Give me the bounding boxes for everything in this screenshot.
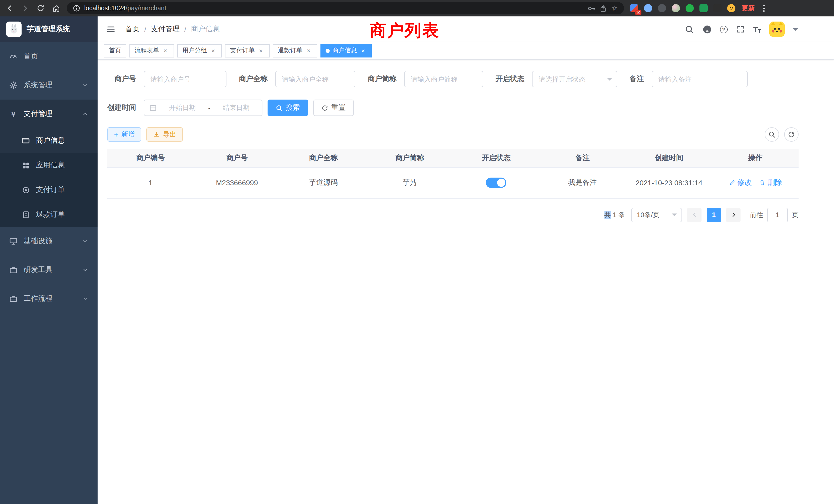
fullscreen-icon[interactable]	[736, 25, 745, 34]
refresh-table-icon[interactable]	[784, 127, 798, 142]
site-info-icon[interactable]	[73, 5, 80, 12]
extension-icon-5[interactable]	[686, 4, 694, 12]
extension-icon-2[interactable]	[644, 4, 652, 12]
sidebar-submenu-payment: 商户信息 应用信息 支付订单 退款订单	[0, 128, 97, 227]
full-name-input[interactable]	[275, 71, 355, 87]
sidebar-item-system[interactable]: 系统管理	[0, 71, 97, 99]
tab-refund-order[interactable]: 退款订单 ×	[273, 44, 317, 57]
close-icon[interactable]: ×	[257, 47, 264, 54]
short-name-input[interactable]	[404, 71, 483, 87]
browser-menu-icon[interactable]	[761, 5, 767, 12]
filter-row-1: 商户号 商户全称 商户简称 开启状态	[107, 71, 798, 87]
col-short-name: 商户简称	[367, 149, 453, 167]
show-search-icon[interactable]	[765, 127, 779, 142]
close-icon[interactable]: ×	[162, 47, 169, 54]
share-icon[interactable]	[599, 4, 607, 12]
goto-page-input[interactable]	[767, 208, 788, 222]
sidebar-item-payment[interactable]: ¥ 支付管理	[0, 99, 97, 128]
bank-card-icon	[22, 137, 30, 145]
search-button[interactable]: 搜索	[267, 99, 308, 116]
edit-link-label: 修改	[738, 178, 752, 187]
status-select-input[interactable]	[532, 71, 617, 87]
avatar-caret-icon[interactable]	[793, 28, 798, 33]
page-1-button[interactable]: 1	[707, 208, 721, 222]
sidebar-item-pay-order[interactable]: 支付订单	[0, 178, 97, 202]
delete-link[interactable]: 删除	[759, 178, 782, 187]
filter-merchant-no: 商户号	[107, 71, 226, 87]
extension-icon-1[interactable]: 10	[630, 4, 638, 12]
browser-back-icon[interactable]	[5, 4, 14, 13]
page-size-select[interactable]	[631, 208, 682, 222]
user-avatar[interactable]	[769, 22, 785, 37]
close-icon[interactable]: ×	[305, 47, 312, 54]
search-icon[interactable]	[685, 25, 694, 34]
extensions-area: 10	[630, 4, 736, 12]
tab-merchant-info[interactable]: 商户信息 ×	[321, 44, 372, 57]
page-annotation: 商户列表	[370, 20, 440, 42]
status-select[interactable]	[532, 71, 617, 87]
filter-create-time: 创建时间 开始日期 - 结束日期	[107, 99, 262, 116]
table-row: 1 M233666999 芋道源码 芋艿 我是备注 2021-10-23 08:…	[107, 167, 798, 198]
sidebar-item-label: 基础设施	[24, 236, 52, 246]
prev-page-button[interactable]	[687, 208, 702, 222]
end-date-placeholder[interactable]: 结束日期	[215, 103, 257, 112]
extension-icon-7[interactable]	[713, 4, 722, 12]
tab-label: 商户信息	[332, 46, 357, 55]
url-path: /pay/merchant	[126, 5, 166, 12]
bookmark-star-icon[interactable]: ☆	[611, 4, 618, 12]
font-size-icon[interactable]: TT	[753, 25, 761, 33]
browser-refresh-icon[interactable]	[36, 4, 45, 13]
sidebar-item-home[interactable]: 首页	[0, 42, 97, 71]
extension-icon-4[interactable]	[672, 4, 680, 12]
password-key-icon[interactable]	[588, 4, 595, 12]
close-icon[interactable]: ×	[359, 47, 367, 54]
address-bar[interactable]: localhost:1024/pay/merchant ☆	[67, 2, 624, 14]
sidebar-item-infra[interactable]: 基础设施	[0, 227, 97, 256]
toolbar-right	[765, 127, 798, 142]
browser-forward-icon[interactable]	[21, 4, 30, 13]
browser-update-button[interactable]: 更新	[742, 4, 755, 13]
sidebar-item-app-info[interactable]: 应用信息	[0, 153, 97, 178]
browser-home-icon[interactable]	[51, 4, 61, 13]
date-range-picker[interactable]: 开始日期 - 结束日期	[144, 99, 262, 116]
tags-view: 首页 流程表单 × 用户分组 × 支付订单 × 退款订单 × 商户信息 ×	[97, 42, 834, 60]
screen: localhost:1024/pay/merchant ☆ 10 更	[0, 0, 834, 504]
page-content: 商户号 商户全称 商户简称 开启状态	[97, 60, 834, 222]
tab-process-form[interactable]: 流程表单 ×	[129, 44, 174, 57]
col-status: 开启状态	[453, 149, 540, 167]
hamburger-icon[interactable]	[106, 24, 116, 35]
help-icon[interactable]: ?	[720, 25, 727, 33]
breadcrumb-home[interactable]: 首页	[125, 25, 140, 34]
tab-user-group[interactable]: 用户分组 ×	[177, 44, 222, 57]
status-toggle[interactable]	[486, 178, 506, 188]
reset-button[interactable]: 重置	[313, 99, 354, 116]
sidebar-item-refund-order[interactable]: 退款订单	[0, 202, 97, 227]
sidebar-item-label: 支付订单	[36, 185, 65, 194]
logo-rabbit-icon	[6, 22, 22, 37]
filter-label: 备注	[630, 74, 644, 84]
breadcrumb-payment[interactable]: 支付管理	[151, 25, 180, 34]
page-size-value[interactable]	[631, 208, 682, 222]
github-icon[interactable]	[702, 25, 711, 34]
tab-pay-order[interactable]: 支付订单 ×	[225, 44, 270, 57]
next-page-button[interactable]	[726, 208, 741, 222]
sidebar-item-merchant-info[interactable]: 商户信息	[0, 128, 97, 153]
remark-input[interactable]	[652, 71, 748, 87]
start-date-placeholder[interactable]: 开始日期	[162, 103, 203, 112]
merchant-no-input[interactable]	[144, 71, 226, 87]
app-title: 芋道管理系统	[27, 25, 70, 34]
tab-home[interactable]: 首页	[104, 44, 126, 57]
main-area: 首页 / 支付管理 / 商户信息 商户列表 ? TT	[97, 17, 834, 504]
extension-icon-8[interactable]	[727, 4, 736, 12]
chevron-up-icon	[82, 111, 88, 117]
close-icon[interactable]: ×	[210, 47, 217, 54]
sidebar-item-workflow[interactable]: 工作流程	[0, 284, 97, 313]
page-unit-label: 页	[792, 210, 798, 220]
extension-icon-3[interactable]	[658, 4, 666, 12]
cell-full-name: 芋道源码	[280, 167, 367, 198]
add-button[interactable]: + 新增	[107, 127, 141, 142]
extension-icon-6[interactable]	[699, 4, 708, 12]
export-button[interactable]: 导出	[146, 127, 183, 142]
edit-link[interactable]: 修改	[729, 178, 752, 187]
sidebar-item-devtools[interactable]: 研发工具	[0, 256, 97, 284]
